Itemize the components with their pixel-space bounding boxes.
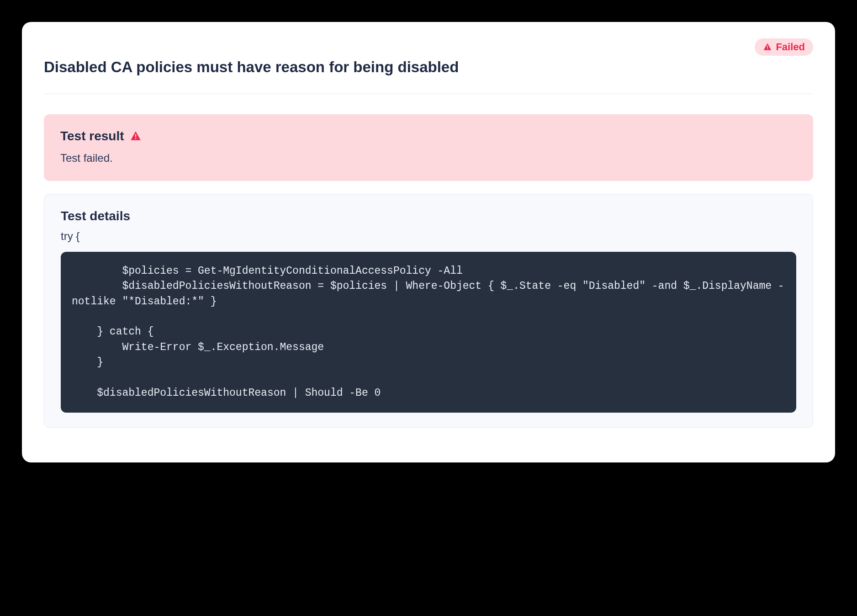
warning-icon xyxy=(763,42,772,52)
test-details-heading: Test details xyxy=(61,209,130,223)
divider xyxy=(44,94,813,94)
page-title: Disabled CA policies must have reason fo… xyxy=(44,58,813,77)
warning-icon xyxy=(130,130,142,142)
panel-title-row: Test details xyxy=(61,209,796,223)
status-badge: Failed xyxy=(755,38,813,56)
status-label: Failed xyxy=(776,42,805,52)
test-result-heading: Test result xyxy=(60,129,124,143)
panel-title-row: Test result xyxy=(60,129,797,143)
svg-rect-3 xyxy=(135,138,136,139)
test-card: Failed Disabled CA policies must have re… xyxy=(22,22,835,462)
try-line: try { xyxy=(61,230,796,243)
test-details-panel: Test details try { $policies = Get-MgIde… xyxy=(44,194,813,428)
svg-rect-0 xyxy=(767,46,768,48)
svg-rect-2 xyxy=(135,134,136,138)
test-result-message: Test failed. xyxy=(60,150,797,166)
test-result-panel: Test result Test failed. xyxy=(44,114,813,181)
svg-rect-1 xyxy=(767,48,768,49)
card-header: Failed xyxy=(44,38,813,56)
code-block[interactable]: $policies = Get-MgIdentityConditionalAcc… xyxy=(61,252,796,413)
